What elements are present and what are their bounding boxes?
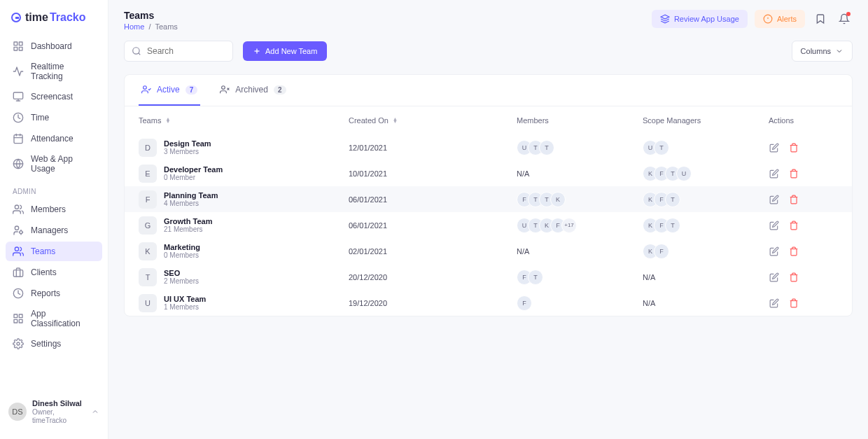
team-cell: D Design Team 3 Members (139, 139, 349, 157)
nav-item-screencast[interactable]: Screencast (6, 87, 102, 106)
svg-marker-29 (661, 15, 669, 19)
table-row[interactable]: T SEO 2 Members 20/12/2020 FT N/A (125, 264, 852, 290)
notification-dot-icon (846, 12, 850, 16)
tab-archived[interactable]: Archived 2 (217, 75, 288, 106)
edit-button[interactable] (769, 272, 780, 283)
table-row[interactable]: G Growth Team 21 Members 06/01/2021 UTKF… (125, 212, 852, 238)
team-name: Planning Team (164, 191, 218, 200)
notification-button[interactable] (836, 11, 853, 27)
bookmark-button[interactable] (812, 11, 829, 27)
col-created[interactable]: Created On ▲▼ (349, 116, 517, 125)
svg-rect-4 (13, 92, 22, 99)
team-badge: F (139, 190, 157, 209)
edit-button[interactable] (769, 298, 780, 309)
table-row[interactable]: E Developer Team 0 Member 10/01/2021 N/A… (125, 160, 852, 186)
delete-button[interactable] (788, 272, 799, 283)
logo-text-2: Tracko (50, 11, 86, 24)
nav-label: Screencast (31, 92, 73, 102)
page-heading: Teams Home / Teams (124, 10, 178, 31)
delete-button[interactable] (788, 246, 799, 257)
members-avatars: F (517, 295, 643, 311)
nav-item-time[interactable]: Time (6, 108, 102, 127)
members-avatars: UTT (517, 140, 643, 155)
monitor-icon (13, 91, 24, 102)
svg-rect-3 (14, 47, 18, 50)
activity-icon (13, 66, 24, 77)
nav-item-members[interactable]: Members (6, 200, 102, 219)
calendar-icon (13, 133, 24, 144)
svg-rect-2 (19, 47, 22, 50)
delete-button[interactable] (788, 142, 799, 153)
nav-item-attendance[interactable]: Attendance (6, 129, 102, 148)
avatar: T (539, 140, 554, 155)
nav-label: Realtime Tracking (31, 62, 95, 81)
team-badge: D (139, 139, 157, 157)
actions-cell (769, 142, 839, 153)
breadcrumb-home[interactable]: Home (124, 22, 144, 31)
delete-button[interactable] (788, 194, 799, 205)
columns-button[interactable]: Columns (792, 41, 853, 62)
nav-item-reports[interactable]: Reports (6, 284, 102, 303)
col-members: Members (517, 116, 643, 125)
add-new-team-button[interactable]: Add New Team (243, 41, 327, 61)
team-name: Design Team (164, 139, 211, 148)
table-row[interactable]: U UI UX Team 1 Members 19/12/2020 F N/A (125, 290, 852, 316)
logo[interactable]: timeTracko (6, 11, 102, 24)
edit-button[interactable] (769, 220, 780, 231)
members-cell: F (517, 295, 643, 311)
col-teams[interactable]: Teams ▲▼ (139, 116, 349, 125)
user-x-icon (220, 85, 230, 95)
team-name: SEO (164, 269, 199, 277)
layers-icon (660, 14, 670, 24)
team-icon (13, 246, 24, 257)
svg-rect-1 (19, 42, 22, 46)
members-cell: UTKF+17 (517, 218, 643, 233)
table-row[interactable]: D Design Team 3 Members 12/01/2021 UTT U… (125, 134, 852, 160)
breadcrumb-sep: / (146, 22, 153, 31)
review-label: Review App Usage (674, 15, 739, 23)
edit-button[interactable] (769, 142, 780, 153)
svg-point-28 (17, 342, 20, 345)
avatar: T (665, 218, 680, 233)
apps-icon (13, 313, 24, 324)
chevron-up-icon (91, 407, 99, 416)
grid-icon (13, 41, 24, 52)
user-footer[interactable]: DS Dinesh Silwal Owner, timeTracko (6, 393, 102, 431)
edit-button[interactable] (769, 246, 780, 257)
delete-button[interactable] (788, 298, 799, 309)
avatar: T (528, 270, 543, 285)
delete-button[interactable] (788, 220, 799, 231)
svg-point-37 (144, 86, 147, 90)
reports-icon (13, 288, 24, 299)
nav-item-web-app-usage[interactable]: Web & App Usage (6, 150, 102, 178)
team-sub: 0 Member (164, 174, 223, 181)
svg-point-21 (15, 247, 18, 251)
tab-archived-count: 2 (274, 85, 286, 95)
nav-item-teams[interactable]: Teams (6, 242, 102, 261)
table-row[interactable]: K Marketing 0 Members 02/01/2021 N/A KF (125, 238, 852, 264)
search-input[interactable] (147, 46, 252, 56)
nav-section-admin: ADMIN (6, 178, 102, 200)
nav-item-clients[interactable]: Clients (6, 263, 102, 282)
search-box[interactable] (124, 41, 233, 62)
table-row[interactable]: F Planning Team 4 Members 06/01/2021 FTT… (125, 186, 852, 212)
svg-rect-24 (14, 314, 18, 318)
tab-active[interactable]: Active 7 (139, 75, 200, 106)
members-cell: FT (517, 270, 643, 285)
nav-item-settings[interactable]: Settings (6, 334, 102, 354)
nav-item-managers[interactable]: Managers (6, 221, 102, 240)
nav-item-dashboard[interactable]: Dashboard (6, 36, 102, 56)
edit-button[interactable] (769, 168, 780, 179)
nav-item-app-classification[interactable]: App Classification (6, 305, 102, 333)
edit-button[interactable] (769, 194, 780, 205)
delete-button[interactable] (788, 168, 799, 179)
nav-item-realtime-tracking[interactable]: Realtime Tracking (6, 57, 102, 85)
main-content: Teams Home / Teams Review App Usage (108, 0, 868, 439)
review-app-usage-button[interactable]: Review App Usage (652, 10, 748, 28)
teams-card: Active 7 Archived 2 Teams ▲▼ Created (124, 74, 853, 316)
team-name: Growth Team (164, 217, 212, 225)
user-cog-icon (13, 225, 24, 236)
user-avatar: DS (8, 403, 27, 421)
alerts-button[interactable]: Alerts (755, 10, 805, 28)
team-cell: F Planning Team 4 Members (139, 190, 349, 209)
